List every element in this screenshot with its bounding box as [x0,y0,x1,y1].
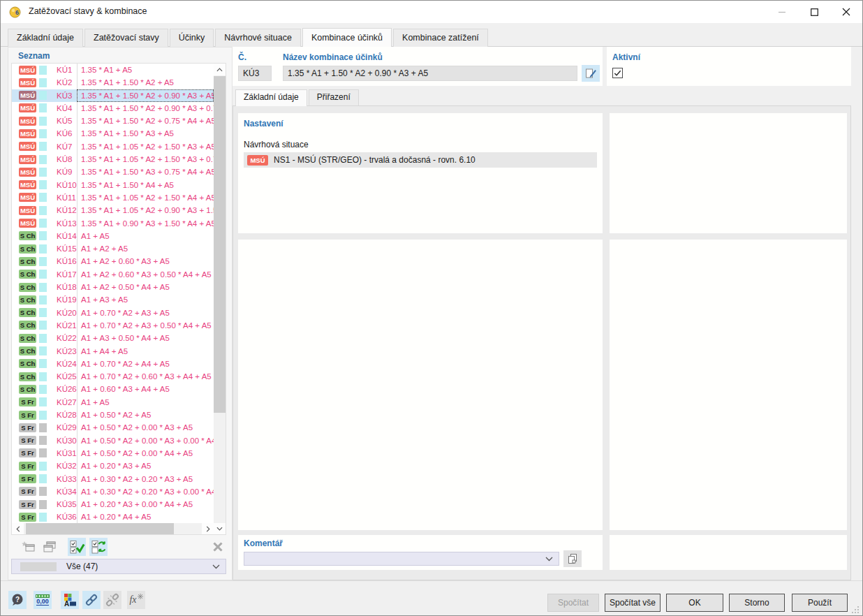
scroll-right-button[interactable] [202,523,214,534]
list-row-ku16[interactable]: S ChKÚ16A1 + A2 + 0.60 * A3 + A5 [12,255,214,267]
list-row-ku3[interactable]: MSÚKÚ31.35 * A1 + 1.50 * A2 + 0.90 * A3 … [12,89,214,102]
category-badge: S Ch [19,270,36,279]
check-all-button[interactable] [68,538,86,556]
button-spocitat-vse[interactable]: Spočítat vše [605,594,661,612]
subtab-zakladni-udaje[interactable]: Základní údaje [235,89,307,106]
row-formula: 1.35 * A1 + 0.90 * A3 + 1.50 * A4 + A5 [77,217,214,230]
list-row-ku10[interactable]: MSÚKÚ101.35 * A1 + 1.50 * A4 + A5 [12,179,214,191]
active-checkbox[interactable] [612,68,623,78]
resize-grip[interactable] [851,606,860,614]
minimize-button[interactable] [766,1,798,23]
row-formula: A1 + 0.50 * A2 + 0.00 * A4 + A5 [77,447,214,460]
new-item-button[interactable] [20,538,38,556]
copy-item-button[interactable] [40,538,59,556]
row-id: KÚ34 [57,485,78,498]
subtab-prirazeni[interactable]: Přiřazení [309,89,359,105]
category-badge: MSÚ [19,103,36,112]
horizontal-scrollbar[interactable] [12,523,214,534]
close-button[interactable] [830,1,862,23]
list-row-ku17[interactable]: S ChKÚ17A1 + A2 + 0.60 * A3 + 0.50 * A4 … [12,268,214,281]
copy-comment-button[interactable] [563,550,582,567]
design-situation-label: Návrhová situace [244,140,309,149]
list-row-ku36[interactable]: S FrKÚ36A1 + 0.20 * A4 + A5 [12,511,214,523]
vertical-scrollbar[interactable] [214,64,226,524]
comment-dropdown[interactable] [244,552,559,566]
button-pouzit[interactable]: Použít [792,594,848,612]
list-row-ku1[interactable]: MSÚKÚ11.35 * A1 + A5 [12,64,214,76]
design-situation-row[interactable]: MSÚ NS1 - MSÚ (STR/GEO) - trvalá a dočas… [244,152,597,168]
list-row-ku33[interactable]: S FrKÚ33A1 + 0.30 * A2 + 0.20 * A3 + A5 [12,473,214,485]
list-row-ku5[interactable]: MSÚKÚ51.35 * A1 + 1.50 * A2 + 0.75 * A4 … [12,115,214,127]
list-row-ku29[interactable]: S FrKÚ29A1 + 0.50 * A2 + 0.00 * A3 + A5 [12,421,214,434]
list-row-ku7[interactable]: MSÚKÚ71.35 * A1 + 1.05 * A2 + 1.50 * A3 … [12,140,214,153]
list-row-ku2[interactable]: MSÚKÚ21.35 * A1 + 1.50 * A2 + A5 [12,76,214,89]
list-row-ku35[interactable]: S FrKÚ35A1 + 0.20 * A3 + 0.00 * A4 + A5 [12,498,214,511]
list-row-ku13[interactable]: MSÚKÚ131.35 * A1 + 0.90 * A3 + 1.50 * A4… [12,217,214,230]
row-formula: 1.35 * A1 + 1.05 * A2 + 1.50 * A4 + A5 [77,191,214,204]
list-row-ku32[interactable]: S FrKÚ32A1 + 0.20 * A3 + A5 [12,460,214,472]
list-row-ku20[interactable]: S ChKÚ20A1 + 0.70 * A2 + A3 + A5 [12,307,214,319]
list-row-ku22[interactable]: S ChKÚ22A1 + A3 + 0.50 * A4 + A5 [12,332,214,344]
category-badge: S Ch [19,334,36,343]
scroll-up-button[interactable] [214,64,226,75]
list-row-ku12[interactable]: MSÚKÚ121.35 * A1 + 1.05 * A2 + 0.90 * A3… [12,204,214,217]
scroll-left-button[interactable] [12,523,24,534]
tab-ucinky[interactable]: Účinky [170,29,214,47]
scroll-down-button[interactable] [214,523,226,534]
tab-zatezovaci-stavy[interactable]: Zatěžovací stavy [84,29,168,47]
list-row-ku26[interactable]: S ChKÚ26A1 + 0.60 * A3 + A4 + A5 [12,383,214,395]
category-badge: MSÚ [19,180,36,189]
list-row-ku24[interactable]: S ChKÚ24A1 + 0.70 * A2 + A4 + A5 [12,358,214,370]
horizontal-scroll-thumb[interactable] [26,523,174,534]
list-row-ku25[interactable]: S ChKÚ25A1 + 0.70 * A2 + 0.60 * A3 + A4 … [12,370,214,383]
category-badge: S Ch [19,308,36,317]
maximize-button[interactable] [798,1,830,23]
list-row-ku11[interactable]: MSÚKÚ111.35 * A1 + 1.05 * A2 + 1.50 * A4… [12,191,214,204]
list-row-ku15[interactable]: S ChKÚ15A1 + A2 + A5 [12,242,214,255]
category-badge: S Ch [19,283,36,292]
invert-checks-button[interactable] [89,538,108,556]
tab-kombinace-ucinku[interactable]: Kombinace účinků [302,28,392,47]
tab-kombinace-zatizeni[interactable]: Kombinace zatížení [393,29,488,47]
vertical-scroll-thumb[interactable] [214,76,226,413]
list-row-ku34[interactable]: S FrKÚ34A1 + 0.30 * A2 + 0.20 * A3 + 0.0… [12,485,214,498]
formula-button[interactable]: fx [127,591,145,609]
list-row-ku28[interactable]: S FrKÚ28A1 + 0.50 * A2 + A5 [12,409,214,421]
link-button[interactable] [82,591,101,609]
list-row-ku19[interactable]: S ChKÚ19A1 + A3 + A5 [12,293,214,306]
tab-navrhove-situace[interactable]: Návrhové situace [215,29,301,47]
list-row-ku23[interactable]: S ChKÚ23A1 + A4 + A5 [12,345,214,358]
edit-name-button[interactable] [582,65,600,82]
list-row-ku18[interactable]: S ChKÚ18A1 + A2 + 0.50 * A4 + A5 [12,281,214,293]
list-filter-dropdown[interactable]: Vše (47) [11,559,226,574]
list-row-ku9[interactable]: MSÚKÚ91.35 * A1 + 1.50 * A3 + 0.75 * A4 … [12,166,214,178]
category-badge: S Fr [19,411,36,420]
row-id: KÚ2 [57,76,78,89]
row-formula: 1.35 * A1 + 1.50 * A4 + A5 [77,179,214,191]
list-row-ku21[interactable]: S ChKÚ21A1 + 0.70 * A2 + A3 + 0.50 * A4 … [12,319,214,332]
list-row-ku8[interactable]: MSÚKÚ81.35 * A1 + 1.05 * A2 + 1.50 * A3 … [12,153,214,166]
bottom-bar: ? 0,00 A [1,580,862,616]
list-row-ku31[interactable]: S FrKÚ31A1 + 0.50 * A2 + 0.00 * A4 + A5 [12,447,214,460]
list-row-ku6[interactable]: MSÚKÚ61.35 * A1 + 1.50 * A3 + A5 [12,127,214,140]
delete-item-button[interactable] [209,538,227,556]
chain-link-icon [84,592,99,608]
identification-panel: Č. KÚ3 Název kombinace účinků 1.35 * A1 … [233,47,603,86]
list-row-ku14[interactable]: S ChKÚ14A1 + A5 [12,230,214,242]
number-field[interactable]: KÚ3 [238,66,272,81]
button-storno[interactable]: Storno [729,594,785,612]
unlink-button[interactable] [103,591,121,609]
name-field[interactable]: 1.35 * A1 + 1.50 * A2 + 0.90 * A3 + A5 [283,66,577,81]
list-row-ku27[interactable]: S FrKÚ27A1 + A5 [12,396,214,409]
button-ok[interactable]: OK [666,594,723,612]
empty-panel-mid-right [610,240,847,530]
help-button[interactable]: ? [8,591,27,609]
list-row-ku30[interactable]: S FrKÚ30A1 + 0.50 * A2 + 0.00 * A3 + 0.0… [12,434,214,447]
row-formula: A1 + 0.50 * A2 + A5 [77,409,214,421]
tab-zakladni-udaje[interactable]: Základní údaje [8,29,83,47]
color-square [39,513,47,522]
units-settings-button[interactable]: 0,00 [34,591,52,609]
checkmark-icon [613,68,622,78]
list-row-ku4[interactable]: MSÚKÚ41.35 * A1 + 1.50 * A2 + 0.90 * A3 … [12,102,214,115]
display-properties-button[interactable]: A [61,591,79,609]
